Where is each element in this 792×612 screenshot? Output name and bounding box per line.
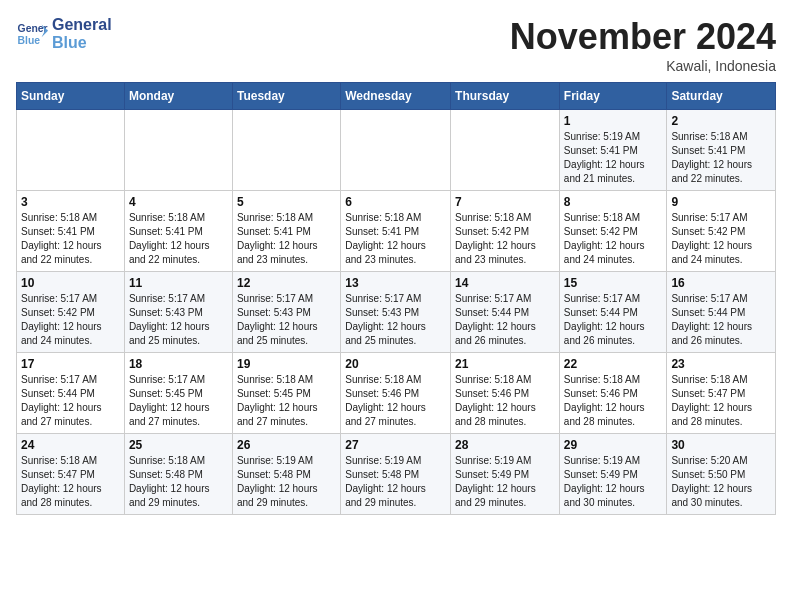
day-info: Sunrise: 5:17 AM Sunset: 5:44 PM Dayligh… <box>564 292 663 348</box>
day-info: Sunrise: 5:19 AM Sunset: 5:49 PM Dayligh… <box>564 454 663 510</box>
day-cell: 28Sunrise: 5:19 AM Sunset: 5:49 PM Dayli… <box>451 434 560 515</box>
header-row: SundayMondayTuesdayWednesdayThursdayFrid… <box>17 83 776 110</box>
day-number: 19 <box>237 357 336 371</box>
logo-line1: General <box>52 16 112 34</box>
day-cell: 11Sunrise: 5:17 AM Sunset: 5:43 PM Dayli… <box>124 272 232 353</box>
day-info: Sunrise: 5:17 AM Sunset: 5:42 PM Dayligh… <box>21 292 120 348</box>
day-number: 17 <box>21 357 120 371</box>
day-cell: 21Sunrise: 5:18 AM Sunset: 5:46 PM Dayli… <box>451 353 560 434</box>
day-cell: 10Sunrise: 5:17 AM Sunset: 5:42 PM Dayli… <box>17 272 125 353</box>
day-cell: 27Sunrise: 5:19 AM Sunset: 5:48 PM Dayli… <box>341 434 451 515</box>
day-cell: 2Sunrise: 5:18 AM Sunset: 5:41 PM Daylig… <box>667 110 776 191</box>
day-number: 15 <box>564 276 663 290</box>
day-number: 11 <box>129 276 228 290</box>
day-cell: 22Sunrise: 5:18 AM Sunset: 5:46 PM Dayli… <box>559 353 667 434</box>
day-number: 7 <box>455 195 555 209</box>
day-cell: 1Sunrise: 5:19 AM Sunset: 5:41 PM Daylig… <box>559 110 667 191</box>
day-number: 25 <box>129 438 228 452</box>
day-cell: 3Sunrise: 5:18 AM Sunset: 5:41 PM Daylig… <box>17 191 125 272</box>
week-row-1: 3Sunrise: 5:18 AM Sunset: 5:41 PM Daylig… <box>17 191 776 272</box>
day-cell: 12Sunrise: 5:17 AM Sunset: 5:43 PM Dayli… <box>232 272 340 353</box>
day-number: 20 <box>345 357 446 371</box>
day-number: 4 <box>129 195 228 209</box>
day-cell: 25Sunrise: 5:18 AM Sunset: 5:48 PM Dayli… <box>124 434 232 515</box>
day-number: 30 <box>671 438 771 452</box>
day-number: 29 <box>564 438 663 452</box>
day-info: Sunrise: 5:17 AM Sunset: 5:44 PM Dayligh… <box>671 292 771 348</box>
day-cell: 4Sunrise: 5:18 AM Sunset: 5:41 PM Daylig… <box>124 191 232 272</box>
day-cell <box>451 110 560 191</box>
day-info: Sunrise: 5:19 AM Sunset: 5:41 PM Dayligh… <box>564 130 663 186</box>
day-number: 9 <box>671 195 771 209</box>
day-cell: 26Sunrise: 5:19 AM Sunset: 5:48 PM Dayli… <box>232 434 340 515</box>
day-cell: 13Sunrise: 5:17 AM Sunset: 5:43 PM Dayli… <box>341 272 451 353</box>
day-info: Sunrise: 5:18 AM Sunset: 5:45 PM Dayligh… <box>237 373 336 429</box>
day-info: Sunrise: 5:18 AM Sunset: 5:47 PM Dayligh… <box>671 373 771 429</box>
day-info: Sunrise: 5:18 AM Sunset: 5:42 PM Dayligh… <box>455 211 555 267</box>
day-cell <box>17 110 125 191</box>
logo-icon: General Blue <box>16 18 48 50</box>
day-info: Sunrise: 5:18 AM Sunset: 5:41 PM Dayligh… <box>671 130 771 186</box>
day-info: Sunrise: 5:18 AM Sunset: 5:46 PM Dayligh… <box>564 373 663 429</box>
day-info: Sunrise: 5:17 AM Sunset: 5:45 PM Dayligh… <box>129 373 228 429</box>
day-header-monday: Monday <box>124 83 232 110</box>
day-cell: 17Sunrise: 5:17 AM Sunset: 5:44 PM Dayli… <box>17 353 125 434</box>
day-header-saturday: Saturday <box>667 83 776 110</box>
day-header-wednesday: Wednesday <box>341 83 451 110</box>
day-number: 27 <box>345 438 446 452</box>
day-header-friday: Friday <box>559 83 667 110</box>
day-info: Sunrise: 5:17 AM Sunset: 5:44 PM Dayligh… <box>455 292 555 348</box>
day-number: 22 <box>564 357 663 371</box>
week-row-3: 17Sunrise: 5:17 AM Sunset: 5:44 PM Dayli… <box>17 353 776 434</box>
day-cell: 14Sunrise: 5:17 AM Sunset: 5:44 PM Dayli… <box>451 272 560 353</box>
calendar-table: SundayMondayTuesdayWednesdayThursdayFrid… <box>16 82 776 515</box>
logo-line2: Blue <box>52 34 112 52</box>
day-cell: 29Sunrise: 5:19 AM Sunset: 5:49 PM Dayli… <box>559 434 667 515</box>
day-header-tuesday: Tuesday <box>232 83 340 110</box>
day-cell: 5Sunrise: 5:18 AM Sunset: 5:41 PM Daylig… <box>232 191 340 272</box>
location: Kawali, Indonesia <box>510 58 776 74</box>
day-number: 18 <box>129 357 228 371</box>
day-info: Sunrise: 5:18 AM Sunset: 5:42 PM Dayligh… <box>564 211 663 267</box>
week-row-0: 1Sunrise: 5:19 AM Sunset: 5:41 PM Daylig… <box>17 110 776 191</box>
logo: General Blue General Blue <box>16 16 112 51</box>
day-cell: 19Sunrise: 5:18 AM Sunset: 5:45 PM Dayli… <box>232 353 340 434</box>
day-info: Sunrise: 5:18 AM Sunset: 5:47 PM Dayligh… <box>21 454 120 510</box>
day-info: Sunrise: 5:18 AM Sunset: 5:41 PM Dayligh… <box>21 211 120 267</box>
day-cell: 7Sunrise: 5:18 AM Sunset: 5:42 PM Daylig… <box>451 191 560 272</box>
day-info: Sunrise: 5:18 AM Sunset: 5:46 PM Dayligh… <box>345 373 446 429</box>
day-number: 8 <box>564 195 663 209</box>
title-block: November 2024 Kawali, Indonesia <box>510 16 776 74</box>
day-cell <box>341 110 451 191</box>
day-info: Sunrise: 5:19 AM Sunset: 5:49 PM Dayligh… <box>455 454 555 510</box>
day-number: 10 <box>21 276 120 290</box>
svg-text:Blue: Blue <box>18 34 41 45</box>
day-info: Sunrise: 5:18 AM Sunset: 5:41 PM Dayligh… <box>129 211 228 267</box>
day-number: 2 <box>671 114 771 128</box>
day-number: 23 <box>671 357 771 371</box>
day-number: 6 <box>345 195 446 209</box>
week-row-4: 24Sunrise: 5:18 AM Sunset: 5:47 PM Dayli… <box>17 434 776 515</box>
day-info: Sunrise: 5:17 AM Sunset: 5:43 PM Dayligh… <box>129 292 228 348</box>
page-header: General Blue General Blue November 2024 … <box>16 16 776 74</box>
day-number: 24 <box>21 438 120 452</box>
month-title: November 2024 <box>510 16 776 58</box>
day-cell: 23Sunrise: 5:18 AM Sunset: 5:47 PM Dayli… <box>667 353 776 434</box>
day-header-thursday: Thursday <box>451 83 560 110</box>
day-number: 5 <box>237 195 336 209</box>
week-row-2: 10Sunrise: 5:17 AM Sunset: 5:42 PM Dayli… <box>17 272 776 353</box>
day-info: Sunrise: 5:18 AM Sunset: 5:46 PM Dayligh… <box>455 373 555 429</box>
day-cell: 18Sunrise: 5:17 AM Sunset: 5:45 PM Dayli… <box>124 353 232 434</box>
day-cell: 6Sunrise: 5:18 AM Sunset: 5:41 PM Daylig… <box>341 191 451 272</box>
day-number: 16 <box>671 276 771 290</box>
day-cell: 16Sunrise: 5:17 AM Sunset: 5:44 PM Dayli… <box>667 272 776 353</box>
day-cell: 15Sunrise: 5:17 AM Sunset: 5:44 PM Dayli… <box>559 272 667 353</box>
day-info: Sunrise: 5:20 AM Sunset: 5:50 PM Dayligh… <box>671 454 771 510</box>
day-info: Sunrise: 5:17 AM Sunset: 5:42 PM Dayligh… <box>671 211 771 267</box>
day-number: 21 <box>455 357 555 371</box>
day-cell: 8Sunrise: 5:18 AM Sunset: 5:42 PM Daylig… <box>559 191 667 272</box>
day-number: 1 <box>564 114 663 128</box>
day-info: Sunrise: 5:19 AM Sunset: 5:48 PM Dayligh… <box>345 454 446 510</box>
day-cell: 9Sunrise: 5:17 AM Sunset: 5:42 PM Daylig… <box>667 191 776 272</box>
day-cell <box>124 110 232 191</box>
